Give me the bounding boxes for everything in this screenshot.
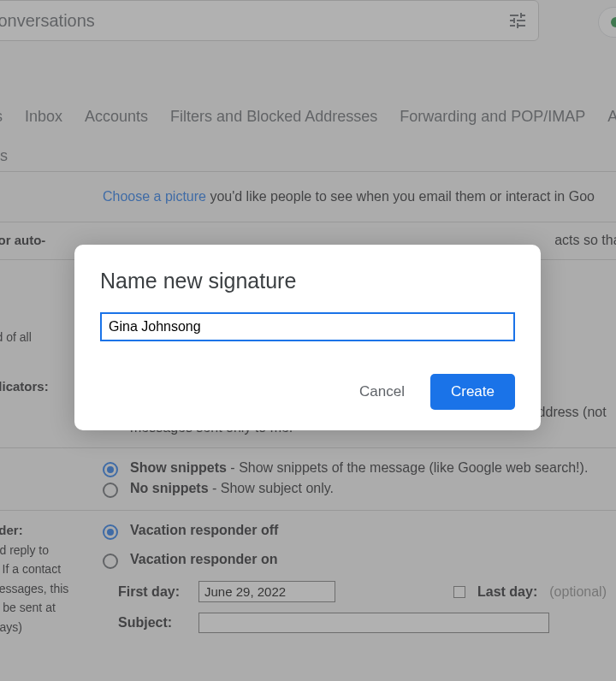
signature-name-input[interactable] [100, 312, 515, 341]
create-button[interactable]: Create [430, 374, 515, 410]
cancel-button[interactable]: Cancel [349, 375, 415, 409]
modal-title: Name new signature [100, 269, 515, 293]
name-signature-modal: Name new signature Cancel Create [74, 245, 541, 430]
